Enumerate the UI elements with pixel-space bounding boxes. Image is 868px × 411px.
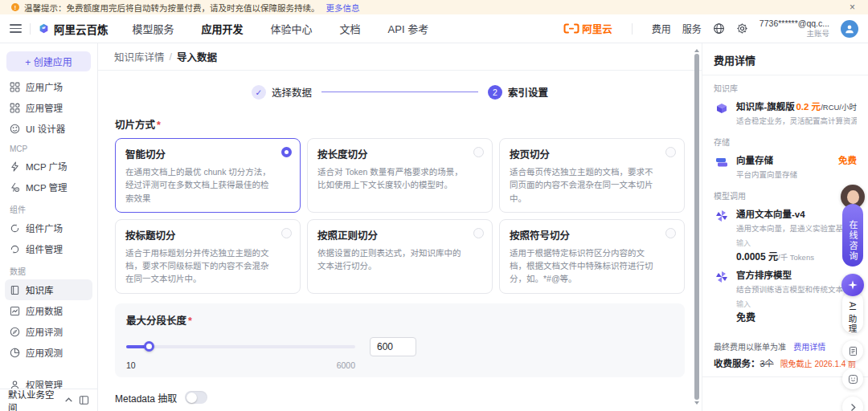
sidebar-item-app-manage[interactable]: 应用管理 [0,97,97,118]
fee-input-label: 输入 [736,238,857,248]
radio-icon[interactable] [473,228,484,238]
grid-icon [10,103,20,113]
sidebar-item-component-manage[interactable]: 组件管理 [0,238,97,259]
ai-spark-icon[interactable] [841,274,864,296]
scroll-up-arrow-icon[interactable] [694,49,699,52]
card-length-slice[interactable]: 按长度切分 适合对 Token 数量有严格要求的场景，比如使用上下文长度较小的模… [307,138,493,213]
slider-handle[interactable] [144,341,154,352]
workspace-switcher[interactable]: 默认业务空间 [0,389,97,411]
sidebar-item-label: 应用数据 [26,304,63,317]
sidebar-item-app-plaza[interactable]: 应用广场 [0,76,97,97]
fee-item-kb: 知识库-旗舰版 0.2 元/RCU/小时 适合稳定业务，灵活配置高计算资源，更高… [702,97,868,129]
card-page-slice[interactable]: 按页切分 适合每页传达独立主题的文档，要求不同页面的内容不会混杂在同一文本切片中… [499,138,685,213]
vertical-scrollbar[interactable] [694,49,700,405]
collapse-panel-icon[interactable] [79,395,89,405]
fee-detail-link[interactable]: 费用详情 [793,343,825,352]
service-link[interactable]: 服务 [682,22,702,35]
billing-link[interactable]: 费用 [652,22,671,35]
sidebar-item-component-plaza[interactable]: 组件广场 [0,218,97,238]
create-app-button[interactable]: + 创建应用 [6,51,91,71]
fee-item-name: 官方排序模型 [736,268,792,281]
account-type: 主账号 [760,29,829,39]
docs-shortcut-button[interactable] [842,340,863,361]
breadcrumb: 知识库详情 / 导入数据 [98,43,702,71]
sidebar-item-label: 组件广场 [26,222,63,234]
sidebar-item-mcp-plaza[interactable]: MCP 广场 [0,156,97,177]
nav-item-experience[interactable]: 体验中心 [271,21,313,36]
component-icon [10,244,20,254]
sidebar-item-app-eval[interactable]: 应用评测 [0,321,97,342]
language-globe-icon[interactable] [713,22,725,35]
smiley-icon [848,374,858,385]
ai-assistant-button[interactable]: AI 助理 [842,291,863,333]
card-desc: 适合每页传达独立主题的文档，要求不同页面的内容不会混杂在同一文本切片中。 [510,165,660,205]
segment-length-input[interactable] [370,337,416,356]
sidebar-item-mcp-manage[interactable]: MCP 管理 [0,177,97,197]
card-title: 按长度切分 [317,146,468,161]
sidebar-gap [0,363,97,374]
charged-services-count: 3个 [760,356,774,369]
compass-icon [10,327,20,337]
step2-label: 索引设置 [508,84,548,100]
slider-track[interactable] [126,345,355,348]
card-title: 按照正则切分 [317,227,468,242]
user-avatar[interactable] [841,20,858,38]
card-desc: 在通用文档上的最优 chunk 切分方法，经过评测可在多数文档上获得最佳的检索效… [125,165,276,205]
settings-gear-icon[interactable] [736,22,748,35]
card-smart-slice[interactable]: 智能切分 在通用文档上的最优 chunk 切分方法，经过评测可在多数文档上获得最… [115,138,301,213]
card-symbol-slice[interactable]: 按照符号切分 适用于根据特定标识符区分内容的文档，根据文档文件中特殊标识符进行切… [499,219,685,294]
ui-designer-icon [10,124,20,134]
fee-section-kb: 知识库 [702,75,868,97]
brand[interactable]: 阿里云百炼 [39,21,108,37]
stepper-connector [321,92,478,93]
radio-selected-icon[interactable] [281,147,292,157]
card-regex-slice[interactable]: 按照正则切分 依据设置的正则表达式，对知识库中的文本进行切分。 [307,219,493,294]
notice-more-link[interactable]: 更多信息 [326,2,360,14]
sidebar-item-knowledge-base[interactable]: 知识库 [5,279,92,300]
vector-storage-icon [714,154,730,170]
grid-icon [10,82,20,92]
nav-item-model-service[interactable]: 模型服务 [133,21,174,36]
sidebar-group-data: 数据 [0,259,97,279]
fee-item-desc: 适合稳定业务，灵活配置高计算资源，更高检索 QPS。 [736,115,857,126]
fee-item-price: 免费 [838,153,857,166]
sidebar-item-label: 应用管理 [26,101,63,114]
sidebar-item-permission[interactable]: 权限管理 [0,374,97,389]
radio-icon[interactable] [665,147,676,157]
radio-icon[interactable] [281,228,292,238]
radio-icon[interactable] [665,228,676,238]
scroll-down-arrow-icon[interactable] [694,401,699,405]
breadcrumb-parent[interactable]: 知识库详情 [114,49,165,64]
metadata-toggle-row: Metadata 抽取 [98,391,702,405]
sidebar: + 创建应用 应用广场 应用管理 UI 设计器 MCP MCP 广场 MCP 管… [0,43,98,411]
scrollbar-thumb[interactable] [694,54,699,400]
required-mark: * [157,120,161,131]
close-icon[interactable]: × [846,2,858,13]
bolt-gear-icon [10,182,20,193]
chevron-up-icon[interactable] [63,395,74,405]
account-info[interactable]: 7736******@qq.c... 主账号 [760,18,829,39]
aliyun-logo[interactable]: 阿里云 [563,21,612,36]
collapse-widgets-button[interactable] [842,397,863,411]
nav-item-api-ref[interactable]: API 参考 [388,21,429,36]
online-consult-widget[interactable]: 在线咨询 [841,185,865,267]
segment-length-slider[interactable] [126,345,355,348]
card-title-slice[interactable]: 按标题切分 适合于用标题划分并传达独立主题的文档，要求不同级标题下的内容不会混杂… [115,219,301,294]
chevron-right-icon [849,403,858,411]
fee-item-name: 知识库-旗舰版 [736,100,795,112]
metadata-toggle[interactable] [185,391,207,404]
sidebar-item-app-data[interactable]: 应用数据 [0,300,97,321]
nav-item-app-dev[interactable]: 应用开发 [202,21,244,36]
step1-label: 选择数据 [272,84,312,100]
feedback-button[interactable] [842,368,863,389]
online-consult-button[interactable]: 在线咨询 [842,204,863,267]
sidebar-item-label: 知识库 [26,283,54,296]
nav-item-docs[interactable]: 文档 [340,21,361,36]
fee-item-price: 免费 [736,310,857,324]
radio-icon[interactable] [473,147,484,157]
ai-assistant-widget[interactable]: AI 助理 [841,274,865,333]
notebook-icon [10,285,20,295]
sidebar-item-app-observe[interactable]: 应用观测 [0,342,97,363]
hamburger-menu-icon[interactable] [10,24,22,33]
sidebar-item-ui-designer[interactable]: UI 设计器 [0,118,97,139]
